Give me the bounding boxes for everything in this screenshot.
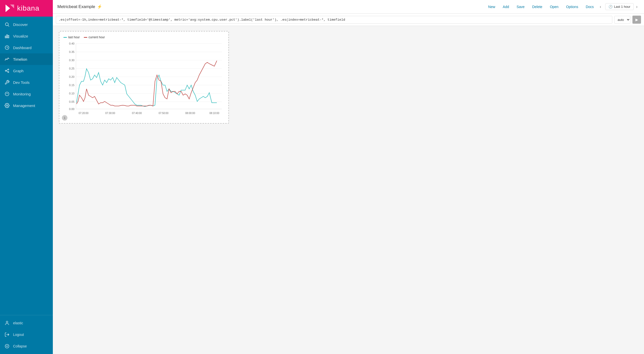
svg-text:07:50:00: 07:50:00: [159, 112, 169, 115]
svg-point-2: [5, 23, 8, 26]
add-button[interactable]: Add: [499, 3, 513, 10]
options-button[interactable]: Options: [562, 3, 582, 10]
sidebar-item-monitoring[interactable]: Monitoring: [0, 88, 53, 100]
dashboard-icon: [5, 45, 10, 50]
devtools-icon: [5, 80, 10, 85]
svg-text:0.40: 0.40: [69, 42, 74, 45]
chart-container: last hour current hour: [59, 31, 229, 124]
svg-text:08:00:00: 08:00:00: [185, 112, 195, 115]
save-button[interactable]: Save: [513, 3, 528, 10]
graph-icon: [5, 68, 10, 73]
sidebar-item-management-label: Management: [13, 103, 35, 108]
svg-text:07:30:00: 07:30:00: [105, 112, 115, 115]
svg-point-17: [5, 344, 9, 348]
logo-area[interactable]: kibana: [0, 0, 53, 17]
forward-button[interactable]: ›: [634, 3, 639, 11]
timelion-icon: [5, 57, 10, 62]
logo-text: kibana: [17, 4, 39, 12]
monitoring-icon: [5, 91, 10, 96]
sidebar-item-timelion[interactable]: Timelion: [0, 53, 53, 65]
lightning-icon: ⚡: [97, 4, 102, 9]
sidebar-item-user[interactable]: elastic: [0, 317, 53, 329]
sidebar-item-timelion-label: Timelion: [13, 57, 27, 61]
red-line: [76, 61, 217, 106]
sidebar-item-management[interactable]: Management: [0, 100, 53, 111]
clock-icon: 🕐: [609, 5, 613, 9]
chart-panel-number: 1: [62, 115, 67, 121]
back-button[interactable]: ‹: [598, 3, 603, 11]
svg-rect-4: [5, 36, 6, 38]
sidebar-item-dashboard[interactable]: Dashboard: [0, 42, 53, 53]
nav-items: Discover Visualize Dashboard Timelion Gr…: [0, 17, 53, 315]
svg-line-3: [8, 25, 9, 27]
delete-button[interactable]: Delete: [529, 3, 546, 10]
legend-label-last-hour: last hour: [68, 36, 80, 39]
svg-line-12: [6, 71, 8, 72]
interval-select[interactable]: auto 1s 5s 1m 5m: [614, 16, 630, 24]
legend-label-current-hour: current hour: [89, 36, 105, 39]
svg-text:0.00: 0.00: [69, 108, 74, 111]
kibana-logo-icon: [5, 4, 14, 13]
user-icon: [5, 321, 10, 326]
sidebar-item-logout-label: Logout: [13, 333, 24, 337]
svg-point-15: [6, 321, 8, 323]
svg-text:0.35: 0.35: [69, 50, 74, 53]
legend-item-current-hour: current hour: [84, 36, 105, 39]
sidebar-item-discover-label: Discover: [13, 22, 28, 27]
sidebar-item-logout[interactable]: Logout: [0, 329, 53, 340]
new-button[interactable]: New: [485, 3, 499, 10]
svg-line-11: [6, 70, 8, 70]
bottom-nav: elastic Logout Collapse: [0, 315, 53, 354]
management-icon: [5, 103, 10, 108]
sidebar-item-user-label: elastic: [13, 321, 23, 325]
teal-line: [76, 69, 217, 107]
time-filter-label: Last 1 hour: [614, 5, 630, 9]
page-title-area: Metricbeat Example ⚡: [57, 4, 102, 9]
topbar: Metricbeat Example ⚡ New Add Save Delete…: [53, 0, 644, 14]
sidebar-item-devtools[interactable]: Dev Tools: [0, 77, 53, 88]
svg-text:0.10: 0.10: [69, 92, 74, 95]
svg-text:07:20:00: 07:20:00: [79, 112, 89, 115]
sidebar-item-dashboard-label: Dashboard: [13, 46, 31, 50]
query-input[interactable]: [56, 16, 612, 24]
svg-text:0.20: 0.20: [69, 75, 74, 78]
time-filter[interactable]: 🕐 Last 1 hour: [605, 3, 634, 10]
svg-text:07:40:00: 07:40:00: [132, 112, 142, 115]
collapse-icon: [5, 344, 10, 349]
main-content: Metricbeat Example ⚡ New Add Save Delete…: [53, 0, 644, 354]
sidebar-item-collapse-label: Collapse: [13, 344, 27, 348]
docs-button[interactable]: Docs: [582, 3, 597, 10]
svg-point-14: [7, 105, 8, 106]
run-button[interactable]: ▶: [632, 16, 641, 24]
sidebar-item-visualize[interactable]: Visualize: [0, 30, 53, 42]
sidebar-item-collapse[interactable]: Collapse: [0, 340, 53, 352]
time-series-chart: 0.40 0.35 0.30 0.25 0.20 0.15 0.10 0.05 …: [63, 41, 224, 119]
svg-marker-1: [10, 5, 14, 8]
chart-area: last hour current hour: [53, 26, 644, 354]
sidebar-item-discover[interactable]: Discover: [0, 19, 53, 30]
legend-color-red: [84, 37, 87, 38]
svg-marker-0: [6, 5, 10, 12]
legend-item-last-hour: last hour: [63, 36, 80, 39]
svg-text:08:10:00: 08:10:00: [210, 112, 219, 115]
logout-icon: [5, 332, 10, 337]
svg-rect-6: [8, 36, 9, 38]
svg-text:0.25: 0.25: [69, 67, 74, 70]
sidebar-item-devtools-label: Dev Tools: [13, 80, 30, 85]
page-title: Metricbeat Example: [57, 4, 95, 9]
query-bar: auto 1s 5s 1m 5m ▶: [53, 14, 644, 26]
svg-text:0.30: 0.30: [69, 59, 74, 62]
legend-color-teal: [63, 37, 67, 38]
topbar-actions: New Add Save Delete Open Options Docs ‹ …: [485, 3, 639, 11]
sidebar-item-graph-label: Graph: [13, 69, 24, 73]
visualize-icon: [5, 33, 10, 39]
svg-rect-5: [7, 35, 7, 38]
sidebar: kibana Discover Visualize Dashboard Time…: [0, 0, 53, 354]
open-button[interactable]: Open: [546, 3, 562, 10]
chart-legend: last hour current hour: [63, 36, 224, 39]
sidebar-item-monitoring-label: Monitoring: [13, 92, 31, 96]
svg-text:0.15: 0.15: [69, 84, 74, 87]
sidebar-item-graph[interactable]: Graph: [0, 65, 53, 77]
discover-icon: [5, 22, 10, 27]
svg-text:0.05: 0.05: [69, 100, 74, 103]
